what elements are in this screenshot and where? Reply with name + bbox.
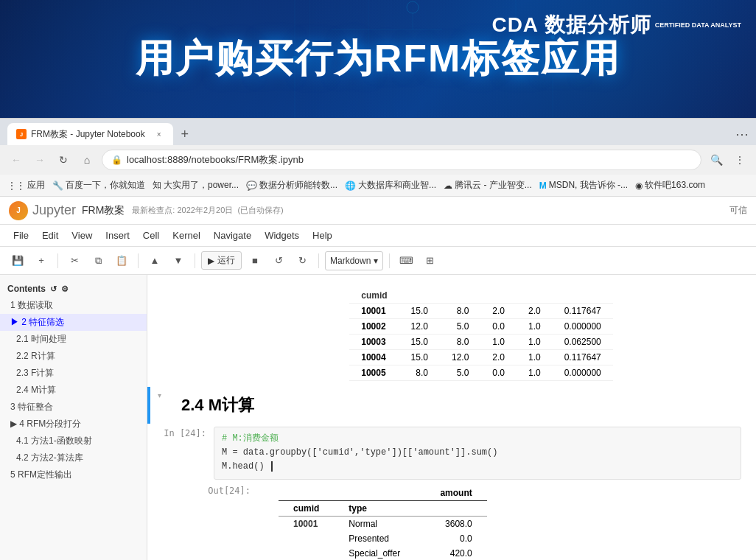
sidebar-item-data-read[interactable]: 1 数据读取 bbox=[0, 297, 147, 314]
row-c3: 2.0 bbox=[480, 350, 517, 365]
row-c4: 1.0 bbox=[517, 335, 553, 350]
stop-button[interactable]: ■ bbox=[245, 251, 265, 270]
menu-widgets[interactable]: Widgets bbox=[259, 227, 305, 244]
sidebar-item-method1[interactable]: 4.1 方法1-函数映射 bbox=[0, 433, 147, 449]
upper-data-table: cumid 10001 15.0 8.0 bbox=[349, 288, 613, 381]
menu-help[interactable]: Help bbox=[307, 227, 338, 244]
code-line-1: M = data.groupby(['cumid','type'])[['amo… bbox=[222, 446, 733, 460]
browser-chrome: J FRM教案 - Jupyter Notebook × + ⋯ ← → ↻ ⌂… bbox=[0, 118, 756, 197]
code-cell-content[interactable]: # M:消费金额 M = data.groupby(['cumid','type… bbox=[214, 427, 756, 480]
row-id: 10002 bbox=[349, 319, 399, 335]
refresh-button[interactable]: ↻ bbox=[55, 151, 72, 169]
bookmark-power[interactable]: 知 大实用了，power... bbox=[153, 179, 239, 192]
bookmark-cda[interactable]: 💬 数据分析师能转数... bbox=[246, 179, 337, 192]
menu-view[interactable]: View bbox=[66, 227, 98, 244]
bookmark-bigdata[interactable]: 🌐 大数据库和商业智... bbox=[345, 179, 436, 192]
sidebar-item-rfm-output[interactable]: 5 RFM定性输出 bbox=[0, 466, 147, 483]
settings-icon[interactable]: ⚙ bbox=[61, 284, 69, 294]
row-c1: 15.0 bbox=[399, 350, 440, 365]
sidebar-item-feature-merge[interactable]: 3 特征整合 bbox=[0, 399, 147, 416]
tab-close-button[interactable]: × bbox=[154, 129, 164, 139]
copy-button[interactable]: ⧉ bbox=[88, 251, 108, 270]
add-cell-button[interactable]: + bbox=[31, 251, 52, 270]
new-tab-button[interactable]: + bbox=[176, 125, 194, 143]
notebook-name[interactable]: FRM教案 bbox=[82, 204, 125, 217]
col-header-empty bbox=[399, 288, 440, 304]
row-c2: 5.0 bbox=[440, 319, 480, 335]
menu-cell[interactable]: Cell bbox=[137, 227, 165, 244]
move-down-button[interactable]: ▼ bbox=[168, 251, 189, 270]
table-row: 10001 15.0 8.0 2.0 2.0 0.117647 bbox=[349, 304, 613, 319]
hero-title: 用户购买行为RFM标签应用 bbox=[136, 33, 621, 85]
row-c2: 8.0 bbox=[440, 304, 480, 319]
output-data-table: amount cumid type 10001 Normal bbox=[279, 486, 487, 560]
tab-bar-expand[interactable]: ⋯ bbox=[735, 126, 749, 142]
row-c2: 8.0 bbox=[440, 335, 480, 350]
menu-file[interactable]: File bbox=[7, 227, 35, 244]
toolbar-divider-5 bbox=[389, 253, 390, 268]
row-id: 10001 bbox=[349, 304, 399, 319]
out-cell-amount-3: 420.0 bbox=[425, 546, 486, 560]
jupyter-trusted: 可信 bbox=[729, 204, 747, 217]
sidebar-item-feature-filter[interactable]: ▶ 2 特征筛选 bbox=[0, 314, 147, 331]
out-col-amount: amount bbox=[425, 486, 486, 501]
browser-menu-icon[interactable]: ⋮ bbox=[731, 151, 749, 169]
sidebar-item-r-calc[interactable]: 2.2 R计算 bbox=[0, 348, 147, 365]
code-block[interactable]: # M:消费金额 M = data.groupby(['cumid','type… bbox=[214, 427, 741, 480]
menu-edit[interactable]: Edit bbox=[36, 227, 64, 244]
msdn-icon: M bbox=[539, 181, 547, 191]
cda-label: 数据分析师能转数... bbox=[259, 179, 337, 192]
out-subhead-type: type bbox=[334, 500, 425, 516]
move-up-button[interactable]: ▲ bbox=[144, 251, 165, 270]
menu-navigate[interactable]: Navigate bbox=[208, 227, 257, 244]
grid-icon[interactable]: ⊞ bbox=[419, 251, 440, 270]
row-c3: 0.0 bbox=[480, 365, 517, 381]
run-button[interactable]: ▶ 运行 bbox=[201, 251, 242, 270]
jupyter-header: J Jupyter FRM教案 最新检查点: 2022年2月20日 (已自动保存… bbox=[0, 197, 756, 225]
bookmark-soft[interactable]: ◉ 软件吧163.com bbox=[635, 179, 705, 192]
sidebar-item-m-calc[interactable]: 2.4 M计算 bbox=[0, 382, 147, 399]
url-box[interactable]: 🔒 localhost:8889/notebooks/FRM教案.ipynb bbox=[102, 150, 701, 170]
row-c5: 0.062500 bbox=[553, 335, 613, 350]
baidu-label: 百度一下，你就知道 bbox=[66, 179, 145, 192]
forward-button[interactable]: → bbox=[31, 151, 49, 169]
sidebar-item-time[interactable]: 2.1 时间处理 bbox=[0, 331, 147, 348]
row-c5: 0.000000 bbox=[553, 365, 613, 381]
bookmark-msdn[interactable]: M MSDN, 我告诉你 -... bbox=[539, 179, 628, 192]
sidebar-item-f-calc[interactable]: 2.3 F计算 bbox=[0, 365, 147, 382]
save-button[interactable]: 💾 bbox=[7, 251, 28, 270]
cell-type-value: Markdown bbox=[330, 256, 371, 266]
sidebar-item-rfm-score[interactable]: ▶ 4 RFM分段打分 bbox=[0, 416, 147, 433]
search-icon[interactable]: 🔍 bbox=[707, 151, 725, 169]
restart-run-button[interactable]: ↻ bbox=[292, 251, 312, 270]
tencent-label: 腾讯云 - 产业智变... bbox=[455, 179, 532, 192]
bookmark-tencent[interactable]: ☁ 腾讯云 - 产业智变... bbox=[444, 179, 532, 192]
bookmark-baidu[interactable]: 🔧 百度一下，你就知道 bbox=[52, 179, 145, 192]
cell-collapse-toggle[interactable]: ▾ bbox=[152, 388, 167, 399]
run-label: 运行 bbox=[217, 254, 235, 267]
cell-type-dropdown[interactable]: Markdown ▾ bbox=[325, 251, 383, 270]
browser-tab-active[interactable]: J FRM教案 - Jupyter Notebook × bbox=[7, 123, 173, 145]
cut-button[interactable]: ✂ bbox=[64, 251, 85, 270]
back-button[interactable]: ← bbox=[7, 151, 25, 169]
bookmark-apps[interactable]: ⋮⋮ 应用 bbox=[7, 179, 45, 192]
home-button[interactable]: ⌂ bbox=[78, 151, 96, 169]
row-c3: 0.0 bbox=[480, 319, 517, 335]
sidebar-item-method2[interactable]: 4.2 方法2-算法库 bbox=[0, 449, 147, 466]
row-c2: 5.0 bbox=[440, 365, 480, 381]
keyboard-icon[interactable]: ⌨ bbox=[396, 251, 416, 270]
menu-insert[interactable]: Insert bbox=[99, 227, 136, 244]
output-row: Out[24]: amount cumid type bbox=[206, 486, 756, 560]
restart-button[interactable]: ↺ bbox=[268, 251, 289, 270]
table-row: 10004 15.0 12.0 2.0 1.0 0.117647 bbox=[349, 350, 613, 365]
row-c1: 15.0 bbox=[399, 304, 440, 319]
out-cell-type-1: Normal bbox=[334, 516, 425, 531]
toolbar: 💾 + ✂ ⧉ 📋 ▲ ▼ ▶ 运行 ■ ↺ ↻ Markdown ▾ ⌨ ⊞ bbox=[0, 247, 756, 275]
notebook-meta: 最新检查点: 2022年2月20日 (已自动保存) bbox=[132, 205, 283, 216]
notebook-area[interactable]: cumid 10001 15.0 8.0 bbox=[147, 275, 756, 560]
paste-button[interactable]: 📋 bbox=[111, 251, 132, 270]
row-id: 10004 bbox=[349, 350, 399, 365]
menu-kernel[interactable]: Kernel bbox=[167, 227, 206, 244]
refresh-icon[interactable]: ↺ bbox=[50, 284, 57, 294]
cda-sub-text: CERTIFIED DATA ANALYST bbox=[655, 21, 741, 29]
